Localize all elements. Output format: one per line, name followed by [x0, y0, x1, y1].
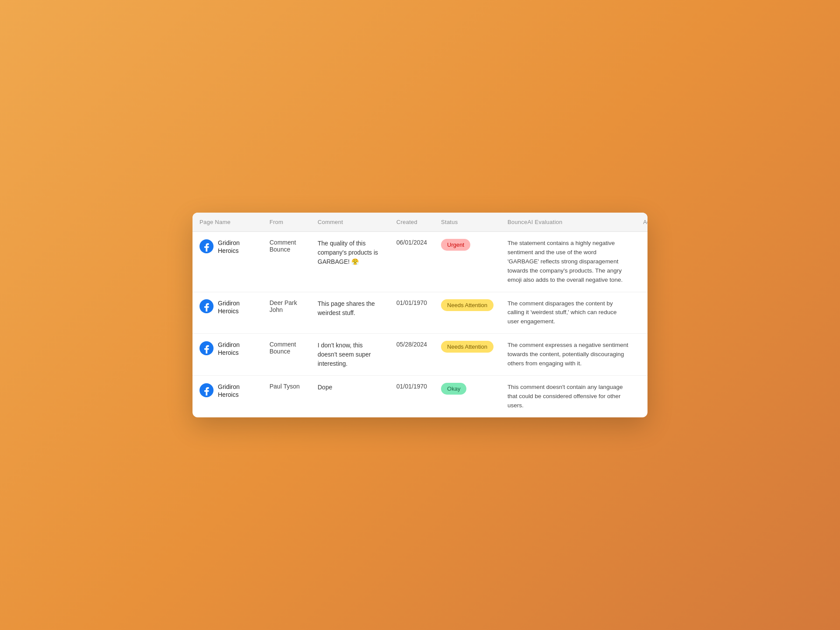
created-cell: 06/01/2024: [389, 231, 434, 292]
from-cell: Comment Bounce: [262, 334, 311, 376]
evaluation-cell: The comment disparages the content by ca…: [500, 292, 636, 334]
facebook-icon: [200, 299, 214, 315]
created-cell: 05/28/2024: [389, 334, 434, 376]
page-name-text: Gridiron Heroics: [218, 299, 256, 315]
col-header-page-name: Page Name: [192, 213, 262, 232]
col-header-created: Created: [389, 213, 434, 232]
from-cell: Paul Tyson: [262, 376, 311, 417]
status-badge: Needs Attention: [441, 299, 494, 311]
status-badge: Urgent: [441, 239, 470, 251]
facebook-icon: [200, 239, 214, 255]
status-cell: Needs Attention: [434, 292, 500, 334]
actions-cell: ⋮: [636, 334, 648, 376]
actions-cell: ⋮: [636, 292, 648, 334]
created-cell: 01/01/1970: [389, 376, 434, 417]
comment-cell: Dope: [311, 376, 389, 417]
page-name-cell: Gridiron Heroics: [192, 232, 262, 262]
evaluation-cell: The comment expresses a negative sentime…: [500, 334, 636, 376]
page-name-cell: Gridiron Heroics: [192, 376, 262, 406]
main-table-container: Page Name From Comment Created Status Bo…: [192, 213, 648, 417]
page-name-cell: Gridiron Heroics: [192, 334, 262, 364]
evaluation-cell: This comment doesn't contain any languag…: [500, 376, 636, 417]
status-cell: Needs Attention: [434, 334, 500, 376]
evaluation-cell: The statement contains a highly negative…: [500, 231, 636, 292]
page-name-text: Gridiron Heroics: [218, 341, 256, 357]
actions-cell: ⋮: [636, 376, 648, 417]
page-name-text: Gridiron Heroics: [218, 239, 256, 255]
page-name-text: Gridiron Heroics: [218, 383, 256, 399]
actions-cell: ⋮: [636, 231, 648, 292]
comment-cell: This page shares the weirdest stuff.: [311, 292, 389, 334]
col-header-evaluation: BounceAI Evaluation: [500, 213, 636, 232]
actions-menu-button[interactable]: ⋮: [645, 341, 648, 355]
status-cell: Urgent: [434, 231, 500, 292]
col-header-comment: Comment: [311, 213, 389, 232]
table-row: Gridiron Heroics Comment BounceThe quali…: [192, 231, 648, 292]
facebook-icon: [200, 383, 214, 399]
table-row: Gridiron Heroics Comment BounceI don't k…: [192, 334, 648, 376]
created-cell: 01/01/1970: [389, 292, 434, 334]
status-cell: Okay: [434, 376, 500, 417]
facebook-icon: [200, 341, 214, 357]
col-header-actions: Actions: [636, 213, 648, 232]
actions-menu-button[interactable]: ⋮: [645, 239, 648, 253]
table-row: Gridiron Heroics Deer Park JohnThis page…: [192, 292, 648, 334]
comment-cell: The quality of this company's products i…: [311, 231, 389, 292]
comments-table: Page Name From Comment Created Status Bo…: [192, 213, 648, 417]
page-name-cell: Gridiron Heroics: [192, 292, 262, 322]
status-badge: Needs Attention: [441, 341, 494, 353]
actions-menu-button[interactable]: ⋮: [645, 383, 648, 397]
table-header-row: Page Name From Comment Created Status Bo…: [192, 213, 648, 232]
from-cell: Comment Bounce: [262, 231, 311, 292]
comment-cell: I don't know, this doesn't seem super in…: [311, 334, 389, 376]
from-cell: Deer Park John: [262, 292, 311, 334]
col-header-from: From: [262, 213, 311, 232]
status-badge: Okay: [441, 383, 466, 395]
col-header-status: Status: [434, 213, 500, 232]
actions-menu-button[interactable]: ⋮: [645, 299, 648, 313]
table-row: Gridiron Heroics Paul TysonDope01/01/197…: [192, 376, 648, 417]
